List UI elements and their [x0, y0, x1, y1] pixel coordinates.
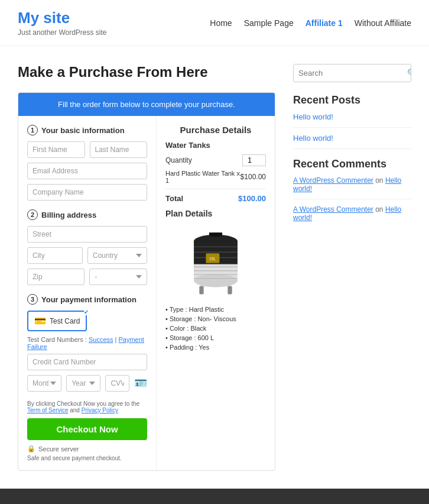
search-input[interactable]	[294, 64, 402, 82]
section2-title: 2 Billing address	[27, 209, 147, 220]
secure-server: 🔒 Secure server	[27, 445, 147, 453]
quantity-input[interactable]	[242, 154, 266, 166]
month-select[interactable]: Month	[27, 375, 61, 392]
divider2	[293, 148, 411, 149]
sidebar: 🔍 Recent Posts Hello world! Hello world!…	[293, 64, 411, 471]
site-header: My site Just another WordPress site Home…	[0, 0, 429, 46]
terms-text: By clicking Checkout Now you agree to th…	[27, 400, 147, 413]
lock-icon: 🔒	[27, 445, 35, 453]
terms-link[interactable]: Term of Service	[27, 407, 68, 413]
section-billing: 2 Billing address Country	[27, 209, 147, 285]
comment-1: A WordPress Commenter on Hello world!	[293, 176, 411, 193]
expiry-row: Month Year 🪪	[27, 375, 147, 392]
plan-detail-item: Storage : 600 L	[165, 334, 266, 341]
nav-home[interactable]: Home	[210, 18, 232, 28]
purchase-form-card: Fill the order form below to complete yo…	[18, 92, 275, 471]
nav-without-affiliate[interactable]: Without Affiliate	[355, 18, 411, 28]
privacy-link[interactable]: Privacy Policy	[82, 407, 118, 413]
search-button[interactable]: 🔍	[402, 64, 411, 82]
plan-detail-item: Storage : Non- Viscous	[165, 315, 266, 322]
cc-input[interactable]	[27, 354, 147, 370]
comment-2: A WordPress Commenter on Hello world!	[293, 205, 411, 222]
product-name: Water Tanks	[165, 141, 266, 150]
city-country-row: Country	[27, 247, 147, 264]
email-row	[27, 163, 147, 179]
order-form-left: 1 Your basic information	[18, 116, 157, 470]
cvv-icon: 🪪	[134, 377, 147, 390]
recent-comments-title: Recent Comments	[293, 158, 411, 170]
section-basic-info: 1 Your basic information	[27, 125, 147, 201]
street-input[interactable]	[27, 226, 147, 243]
section-payment: 3 Your payment information 💳 Test Card ✔	[27, 294, 147, 392]
footer-main: Colorway Theme Footer is widgetized. To …	[0, 489, 429, 504]
nav-sample-page[interactable]: Sample Page	[244, 18, 294, 28]
safe-text: Safe and secure payment checkout.	[27, 455, 147, 461]
page-title: Make a Purchase From Here	[18, 64, 275, 80]
total-amount: $100.00	[238, 194, 266, 203]
section1-title: 1 Your basic information	[27, 125, 147, 135]
plan-detail-item: Type : Hard Plastic	[165, 306, 266, 313]
main-nav: Home Sample Page Affiliate 1 Without Aff…	[210, 18, 411, 28]
first-name-input[interactable]	[27, 141, 85, 158]
nav-affiliate1[interactable]: Affiliate 1	[306, 18, 343, 28]
test-card-button[interactable]: 💳 Test Card ✔	[27, 311, 87, 331]
svg-point-4	[194, 274, 238, 287]
plan-title: Plan Details	[165, 209, 266, 218]
search-box: 🔍	[293, 64, 411, 82]
site-tagline: Just another WordPress site	[18, 28, 107, 37]
post-link-1[interactable]: Hello world!	[293, 112, 411, 121]
name-row	[27, 141, 147, 158]
checkout-button[interactable]: Checkout Now	[27, 418, 147, 440]
footer: Colorway Theme Footer is widgetized. To …	[0, 489, 429, 504]
plan-detail-item: Color : Black	[165, 325, 266, 332]
commenter-link-2[interactable]: A WordPress Commenter	[293, 205, 373, 214]
purchase-title: Purchase Details	[165, 125, 266, 135]
main-container: Make a Purchase From Here Fill the order…	[0, 46, 429, 489]
divider	[165, 189, 266, 189]
section3-title: 3 Your payment information	[27, 294, 147, 305]
country-select[interactable]: Country	[87, 247, 147, 264]
company-input[interactable]	[27, 184, 147, 201]
svg-rect-15	[209, 232, 222, 236]
divider1	[293, 127, 411, 128]
content-area: Make a Purchase From Here Fill the order…	[18, 64, 275, 471]
plan-detail-item: Padding : Yes	[165, 344, 266, 351]
city-input[interactable]	[27, 247, 83, 264]
site-branding: My site Just another WordPress site	[18, 9, 107, 37]
post-link-2[interactable]: Hello world!	[293, 134, 411, 143]
year-select[interactable]: Year	[66, 375, 100, 392]
tank-image: 15L	[165, 223, 266, 300]
site-title: My site	[18, 9, 107, 27]
section3-num: 3	[27, 294, 38, 305]
street-row	[27, 226, 147, 243]
section2-num: 2	[27, 209, 38, 220]
plan-details-list: Type : Hard Plastic Storage : Non- Visco…	[165, 306, 266, 351]
svg-rect-17	[228, 286, 232, 295]
svg-rect-16	[199, 286, 203, 295]
cc-row	[27, 354, 147, 370]
form-body: 1 Your basic information	[18, 116, 275, 470]
purchase-details-panel: Purchase Details Water Tanks Quantity Ha…	[157, 116, 275, 470]
zip-row: -	[27, 269, 147, 285]
divider3	[293, 199, 411, 199]
card-icon: 💳	[34, 315, 46, 327]
last-name-input[interactable]	[90, 141, 148, 158]
section1-num: 1	[27, 125, 38, 135]
recent-posts-title: Recent Posts	[293, 94, 411, 106]
cvv-input[interactable]	[105, 375, 129, 392]
form-header: Fill the order form below to complete yo…	[18, 93, 275, 116]
email-input[interactable]	[27, 163, 147, 179]
tank-svg: 15L	[186, 226, 245, 297]
company-row	[27, 184, 147, 201]
success-link[interactable]: Success	[89, 336, 113, 343]
item-row: Hard Plastic Water Tank x 1 $100.00	[165, 170, 266, 184]
quantity-row: Quantity	[165, 154, 266, 166]
svg-text:15L: 15L	[209, 257, 216, 261]
total-row: Total $100.00	[165, 194, 266, 203]
commenter-link-1[interactable]: A WordPress Commenter	[293, 176, 373, 185]
zip-select[interactable]: -	[89, 269, 147, 285]
card-check-icon: ✔	[84, 309, 89, 315]
zip-input[interactable]	[27, 269, 84, 285]
test-card-numbers: Test Card Numbers : Success | Payment Fa…	[27, 336, 147, 350]
